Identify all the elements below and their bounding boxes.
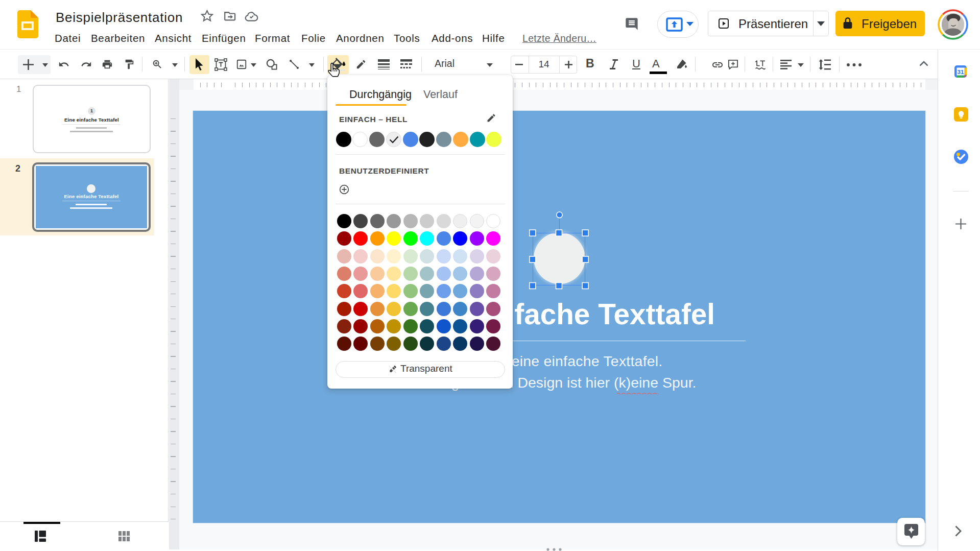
svg-text:31: 31 xyxy=(958,69,964,75)
